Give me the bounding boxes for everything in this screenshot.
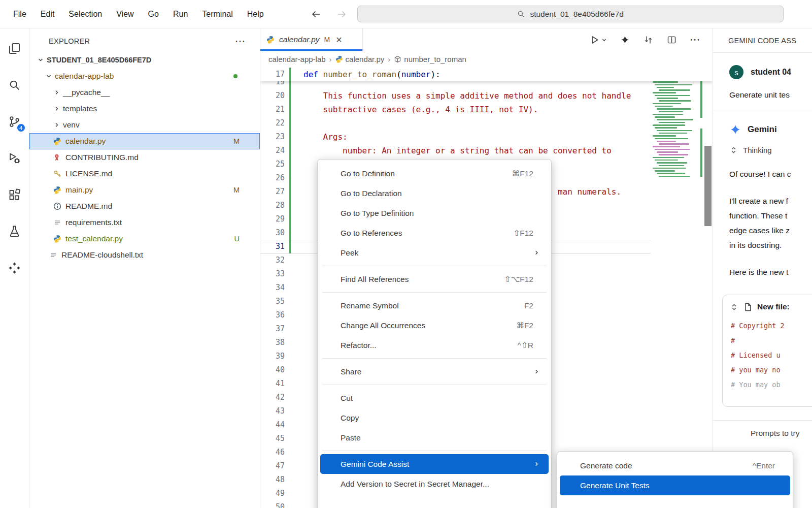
extensions-icon[interactable] (7, 187, 22, 202)
line-number: 20 (260, 89, 285, 103)
forward-button[interactable] (336, 9, 347, 20)
scrollbar-thumb[interactable] (704, 146, 712, 226)
explorer-item-pycache[interactable]: __pycache__ (29, 84, 260, 101)
search-view-icon[interactable] (7, 77, 22, 92)
breadcrumb-symbol[interactable]: number_to_roman (394, 55, 466, 64)
source-control-icon[interactable]: 4 (7, 114, 22, 129)
breadcrumb-label: calendar-app-lab (268, 55, 326, 64)
menu-item-label: Refactor... (341, 341, 377, 350)
context-menu-item-cut[interactable]: Cut (320, 388, 549, 408)
minimap-line (657, 87, 674, 88)
explorer-item-test-calendar-py[interactable]: test_calendar.pyU (29, 231, 260, 247)
avatar: s (729, 65, 743, 79)
explorer-item-contributing-md[interactable]: CONTRIBUTING.md (29, 149, 260, 166)
menu-separator (322, 451, 547, 451)
menubar-item-selection[interactable]: Selection (61, 7, 109, 21)
run-button[interactable] (589, 35, 607, 45)
collapse-icon[interactable] (730, 303, 738, 311)
context-menu-item-go-to-declaration[interactable]: Go to Declaration (320, 183, 549, 203)
tab-calendar-py[interactable]: calendar.py M ✕ (260, 28, 363, 51)
explorer-item-calendar-py[interactable]: calendar.pyM (29, 133, 260, 149)
git-change-bar (289, 212, 291, 226)
context-menu-item-change-all-occurrences[interactable]: Change All Occurrences⌘F2 (320, 315, 549, 335)
key-icon (52, 170, 63, 178)
explorer-item-requirements-txt[interactable]: requirements.txt (29, 214, 260, 231)
context-menu-item-partial[interactable] (320, 494, 549, 508)
context-menu-item-go-to-references[interactable]: Go to References⇧F12 (320, 223, 549, 243)
menubar-item-edit[interactable]: Edit (33, 7, 62, 21)
explorer-item-calendar-app-lab[interactable]: calendar-app-lab (29, 68, 260, 84)
code-line-24[interactable]: 24 number: An integer or a string that c… (260, 144, 651, 157)
line-number: 43 (260, 404, 285, 418)
code-line-20[interactable]: 20 This function uses a simple additive … (260, 89, 651, 103)
thinking-toggle[interactable]: Thinking (729, 146, 812, 154)
minimap[interactable] (653, 71, 699, 289)
context-menu-item-go-to-type-definition[interactable]: Go to Type Definition (320, 203, 549, 223)
cloud-code-icon[interactable] (7, 260, 22, 275)
context-menu-item-generate-unit-tests[interactable]: Generate Unit Tests (560, 475, 790, 495)
code-line-22[interactable]: 22 (260, 116, 651, 130)
menu-item-label: Change All Occurrences (341, 321, 425, 330)
explorer-icon[interactable] (7, 41, 22, 56)
menubar-item-terminal[interactable]: Terminal (195, 7, 240, 21)
search-input[interactable]: student_01_8e405d66fe7d (357, 6, 784, 22)
git-change-bar (289, 116, 291, 130)
context-menu-item-go-to-definition[interactable]: Go to Definition⌘F12 (320, 164, 549, 183)
code-text: This function uses a simple additive met… (303, 89, 631, 103)
explorer-item-readme-cloudshell-txt[interactable]: README-cloudshell.txt (29, 247, 260, 263)
menubar-item-run[interactable]: Run (166, 7, 195, 21)
tab-modified-badge: M (324, 36, 330, 44)
menubar-item-help[interactable]: Help (240, 7, 271, 21)
breadcrumb-folder[interactable]: calendar-app-lab (268, 55, 326, 64)
context-menu-item-refactor[interactable]: Refactor...^⇧R (320, 335, 549, 355)
explorer-item-main-py[interactable]: main.pyM (29, 182, 260, 198)
split-editor-icon[interactable] (666, 35, 677, 45)
code-line-19[interactable]: 19 (260, 81, 651, 89)
context-menu-item-gemini-code-assist[interactable]: Gemini Code Assist (320, 454, 549, 474)
gemini-paragraph-2: I'll create a new ffunction. These tedge… (729, 194, 812, 252)
testing-icon[interactable] (7, 224, 22, 239)
code-line-21[interactable]: 21 subtractive cases (e.g., 4 is IIII, n… (260, 103, 651, 116)
minimap-line (653, 92, 676, 93)
run-debug-icon[interactable] (7, 150, 22, 166)
line-number: 39 (260, 350, 285, 363)
prompts-to-try[interactable]: Prompts to try (729, 429, 812, 438)
context-menu-item-generate-code[interactable]: Generate code^Enter (560, 456, 790, 475)
minimap-line (657, 141, 676, 142)
context-menu-item-paste[interactable]: Paste (320, 428, 549, 448)
context-menu-item-rename-symbol[interactable]: Rename SymbolF2 (320, 296, 549, 315)
gemini-sparkle-icon[interactable] (620, 35, 630, 45)
context-menu-item-copy[interactable]: Copy (320, 408, 549, 428)
more-actions-icon[interactable]: ⋯ (235, 39, 246, 44)
menubar-item-file[interactable]: File (6, 7, 33, 21)
menu-item-label: Share (341, 367, 361, 376)
item-label: requirements.txt (65, 218, 122, 227)
sticky-line[interactable]: 17 def number_to_roman(number): (260, 68, 713, 81)
menubar-item-view[interactable]: View (109, 7, 141, 21)
explorer-item-readme-md[interactable]: README.md (29, 198, 260, 214)
explorer-item-license-md[interactable]: LICENSE.md (29, 166, 260, 182)
context-menu-item-share[interactable]: Share (320, 362, 549, 382)
menu-item-label: Add Version to Secret in Secret Manager.… (341, 480, 489, 489)
code-text: number: An integer or a string that can … (303, 144, 612, 157)
explorer-root[interactable]: STUDENT_01_8E405D66FE7D (29, 52, 260, 68)
git-change-bar (289, 432, 291, 446)
item-label: README.md (65, 202, 112, 211)
context-menu-item-add-version-to-secret-in-secret-manager[interactable]: Add Version to Secret in Secret Manager.… (320, 474, 549, 494)
git-change-bar (289, 446, 291, 459)
open-changes-icon[interactable] (643, 35, 654, 45)
breadcrumb-file[interactable]: calendar.py (335, 55, 385, 64)
explorer-item-templates[interactable]: templates (29, 101, 260, 117)
close-icon[interactable]: ✕ (335, 35, 342, 45)
back-button[interactable] (311, 9, 322, 20)
symbol-icon (394, 55, 401, 63)
explorer-item-venv[interactable]: venv (29, 117, 260, 133)
code-line-23[interactable]: 23 Args: (260, 130, 651, 144)
thinking-label: Thinking (743, 146, 772, 154)
more-actions-icon[interactable]: ⋯ (690, 37, 700, 42)
minimap-line (653, 135, 676, 137)
line-number: 30 (260, 226, 285, 240)
context-menu-item-peek[interactable]: Peek (320, 243, 549, 263)
menubar-item-go[interactable]: Go (141, 7, 166, 21)
context-menu-item-find-all-references[interactable]: Find All References⇧⌥F12 (320, 269, 549, 289)
